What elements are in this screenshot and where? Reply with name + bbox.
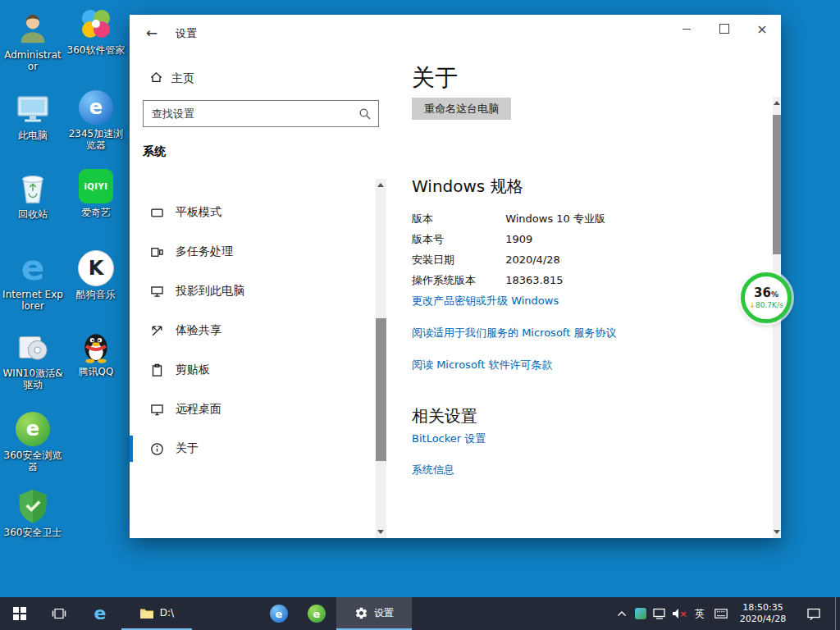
- administrator-user-icon: [14, 10, 52, 48]
- desktop-icon-qq[interactable]: 腾讯QQ: [65, 326, 127, 377]
- taskbar-button-label: 设置: [374, 606, 394, 620]
- internet-explorer-icon: e: [94, 605, 107, 623]
- network-speed: 80.7K/s: [756, 301, 783, 309]
- spec-row: 版本 Windows 10 专业版: [412, 212, 605, 226]
- tray-app-icon[interactable]: [632, 597, 650, 630]
- desktop-icon-administrator[interactable]: Administrator: [2, 10, 64, 72]
- desktop-icon-360-browser[interactable]: e 360安全浏览器: [2, 410, 64, 472]
- shield-icon: [14, 487, 52, 525]
- page-title: 关于: [412, 62, 458, 94]
- recycle-bin-icon: [14, 169, 52, 207]
- search-input[interactable]: [144, 101, 378, 126]
- desktop-icon-2345-browser[interactable]: e 2345加速浏览器: [65, 89, 127, 151]
- multitask-icon: [149, 245, 164, 259]
- gear-icon: [354, 606, 368, 620]
- scroll-up-icon[interactable]: [377, 183, 384, 187]
- task-view-button[interactable]: [39, 597, 79, 630]
- desktop-icon-label: 回收站: [2, 208, 64, 220]
- desktop-icon-win10-activate[interactable]: WIN10激活&驱动: [2, 328, 64, 390]
- minimize-button[interactable]: [668, 15, 705, 43]
- clipboard-icon: [149, 363, 164, 377]
- back-button[interactable]: ←: [138, 21, 166, 44]
- taskbar-360-browser-button[interactable]: e: [299, 597, 335, 630]
- show-desktop-button[interactable]: [835, 597, 840, 630]
- action-center-button[interactable]: [797, 597, 830, 630]
- sidebar-item-multitasking[interactable]: 多任务处理: [130, 232, 376, 272]
- search-icon[interactable]: [358, 107, 372, 124]
- sidebar-item-tablet-mode[interactable]: 平板模式: [130, 193, 376, 232]
- spec-value: Windows 10 专业版: [505, 212, 605, 225]
- rename-pc-button[interactable]: 重命名这台电脑: [412, 98, 511, 120]
- titlebar[interactable]: ← 设置 ×: [130, 15, 781, 51]
- maximize-button[interactable]: [705, 15, 743, 43]
- qq-penguin-icon: [77, 326, 115, 364]
- taskbar-clock[interactable]: 18:50:35 2020/4/28: [732, 597, 794, 630]
- desktop-icon-kugou[interactable]: K 酷狗音乐: [65, 249, 127, 300]
- bitlocker-settings-link[interactable]: BitLocker 设置: [412, 431, 486, 446]
- desktop-icon-360-safe[interactable]: 360安全卫士: [2, 487, 64, 538]
- 360-speed-ball[interactable]: 36% ↓80.7K/s: [741, 272, 792, 323]
- scroll-down-icon[interactable]: [774, 530, 780, 534]
- license-terms-link[interactable]: 阅读 Microsoft 软件许可条款: [412, 358, 552, 372]
- percent-sign: %: [771, 290, 778, 299]
- taskbar-folder-button[interactable]: D:\: [121, 597, 192, 630]
- system-info-link[interactable]: 系统信息: [412, 463, 454, 477]
- sidebar-scrollbar[interactable]: [376, 179, 386, 538]
- desktop-icon-label: 爱奇艺: [65, 207, 127, 218]
- 2345-browser-icon: e: [77, 89, 115, 126]
- taskbar-settings-button[interactable]: 设置: [336, 597, 412, 630]
- sidebar-item-about[interactable]: 关于: [130, 429, 376, 468]
- 360-browser-icon: e: [14, 410, 52, 448]
- sidebar-item-clipboard[interactable]: 剪贴板: [130, 350, 376, 390]
- tray-volume-muted-icon[interactable]: ×: [669, 597, 689, 630]
- sidebar-scrollbar-thumb[interactable]: [376, 318, 386, 461]
- change-product-key-link[interactable]: 更改产品密钥或升级 Windows: [412, 294, 559, 308]
- desktop-icon-label: 腾讯QQ: [65, 366, 127, 377]
- sidebar-item-label: 远程桌面: [176, 402, 221, 417]
- spec-label: 安装日期: [412, 253, 502, 267]
- sidebar-item-projecting[interactable]: 投影到此电脑: [130, 272, 376, 311]
- info-icon: [149, 442, 164, 456]
- sidebar-item-label: 多任务处理: [176, 244, 233, 259]
- sidebar-item-remote-desktop[interactable]: 远程桌面: [130, 390, 376, 429]
- spec-value: 2020/4/28: [505, 253, 560, 266]
- scroll-down-icon[interactable]: [377, 530, 384, 534]
- services-agreement-link[interactable]: 阅读适用于我们服务的 Microsoft 服务协议: [412, 326, 616, 340]
- settings-window: ← 设置 × 主页 系统: [130, 15, 781, 538]
- spec-row: 安装日期 2020/4/28: [412, 253, 560, 267]
- touch-keyboard-icon[interactable]: [711, 597, 731, 630]
- desktop-icon-label: 360软件管家: [65, 44, 127, 56]
- sidebar-item-home[interactable]: 主页: [130, 62, 376, 95]
- settings-search-box[interactable]: [143, 100, 379, 127]
- share-arrows-icon: [149, 324, 164, 338]
- desktop-icon-label: Internet Explorer: [2, 289, 64, 312]
- desktop-icon-this-pc[interactable]: 此电脑: [2, 90, 64, 141]
- tray-expand-button[interactable]: [614, 597, 630, 630]
- 2345-browser-icon: e: [270, 605, 288, 623]
- content-scrollbar-thumb[interactable]: [773, 115, 781, 254]
- desktop-icon-360-manager[interactable]: 360软件管家: [65, 5, 127, 56]
- related-settings-heading: 相关设置: [412, 405, 477, 427]
- start-button[interactable]: [0, 597, 39, 630]
- spec-row: 版本号 1909: [412, 232, 532, 247]
- memory-percent: 36: [754, 285, 771, 300]
- desktop-icon-label: 360安全卫士: [2, 527, 64, 538]
- sidebar-item-label: 剪贴板: [176, 363, 210, 377]
- scroll-up-icon[interactable]: [774, 101, 780, 105]
- 360-browser-icon: e: [308, 605, 326, 623]
- tray-network-icon[interactable]: [651, 597, 669, 630]
- desktop-icon-internet-explorer[interactable]: e Internet Explorer: [2, 249, 64, 312]
- close-button[interactable]: ×: [743, 15, 781, 43]
- desktop-icon-recycle-bin[interactable]: 回收站: [2, 169, 64, 220]
- clock-date: 2020/4/28: [740, 614, 786, 625]
- sidebar-item-shared-experiences[interactable]: 体验共享: [130, 311, 376, 350]
- action-center-icon: [807, 608, 820, 620]
- svg-text:×: ×: [680, 609, 687, 619]
- desktop-icon-iqiyi[interactable]: iQIYI 爱奇艺: [65, 167, 127, 218]
- chevron-up-icon: [617, 610, 627, 617]
- input-language-indicator[interactable]: 英: [690, 597, 710, 630]
- taskbar-2345-button[interactable]: e: [261, 597, 297, 630]
- taskbar-ie-button[interactable]: e: [82, 597, 118, 630]
- tablet-icon: [149, 206, 164, 220]
- sidebar-item-label: 平板模式: [176, 205, 221, 220]
